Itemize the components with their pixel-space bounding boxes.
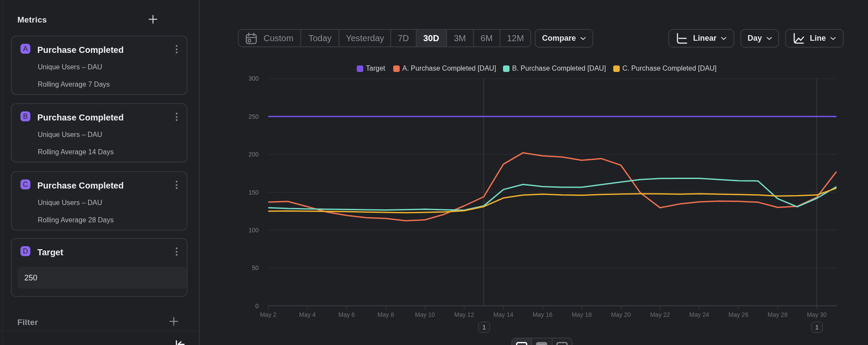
svg-text:May 16: May 16 bbox=[533, 311, 552, 318]
svg-text:50: 50 bbox=[252, 264, 259, 271]
svg-text:May 14: May 14 bbox=[493, 311, 513, 318]
svg-text:May 22: May 22 bbox=[650, 311, 670, 318]
svg-text:May 12: May 12 bbox=[454, 311, 474, 318]
svg-text:May 24: May 24 bbox=[689, 311, 709, 318]
svg-text:200: 200 bbox=[249, 151, 259, 158]
svg-text:May 18: May 18 bbox=[572, 311, 592, 318]
svg-text:May 10: May 10 bbox=[415, 311, 435, 318]
svg-text:0: 0 bbox=[255, 303, 259, 309]
svg-text:May 4: May 4 bbox=[299, 311, 316, 318]
svg-text:May 20: May 20 bbox=[611, 311, 631, 318]
svg-text:100: 100 bbox=[249, 227, 259, 234]
svg-text:May 26: May 26 bbox=[729, 311, 749, 318]
svg-text:May 8: May 8 bbox=[378, 311, 394, 318]
svg-text:May 30: May 30 bbox=[807, 311, 827, 318]
svg-text:May 28: May 28 bbox=[768, 311, 788, 318]
svg-text:May 6: May 6 bbox=[339, 311, 355, 318]
svg-text:May 2: May 2 bbox=[260, 311, 276, 318]
svg-text:150: 150 bbox=[249, 189, 259, 196]
svg-text:250: 250 bbox=[249, 113, 259, 120]
svg-text:300: 300 bbox=[249, 75, 259, 82]
